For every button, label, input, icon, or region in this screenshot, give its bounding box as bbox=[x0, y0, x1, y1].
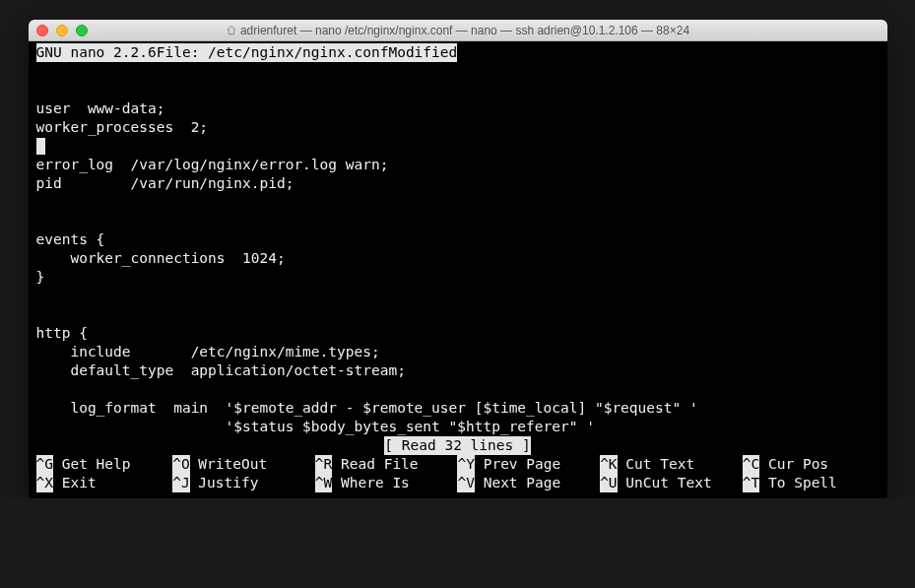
nano-modified-status: Modified bbox=[388, 43, 457, 62]
minimize-icon[interactable] bbox=[56, 25, 68, 36]
content-line: user www-data; bbox=[31, 99, 885, 118]
key-justify[interactable]: ^J bbox=[172, 474, 189, 492]
key-prev-page[interactable]: ^Y bbox=[457, 455, 474, 474]
label-next-page: Next Page bbox=[475, 475, 560, 490]
content-line bbox=[31, 62, 885, 81]
label-exit: Exit bbox=[53, 475, 97, 490]
label-cur-pos: Cur Pos bbox=[759, 456, 828, 472]
key-next-page[interactable]: ^V bbox=[457, 474, 474, 492]
key-exit[interactable]: ^X bbox=[36, 474, 53, 492]
key-writeout[interactable]: ^O bbox=[172, 455, 189, 474]
label-writeout: WriteOut bbox=[190, 456, 268, 472]
window-title: adrienfuret — nano /etc/nginx/nginx.conf… bbox=[226, 24, 689, 37]
content-line bbox=[31, 305, 885, 324]
content-line bbox=[31, 193, 885, 212]
nano-version: GNU nano 2.2.6 bbox=[36, 43, 157, 62]
content-line: events { bbox=[31, 230, 885, 249]
label-read-file: Read File bbox=[332, 456, 418, 472]
content-line bbox=[31, 81, 885, 99]
label-cut-text: Cut Text bbox=[618, 456, 695, 472]
nano-status-text: [ Read 32 lines ] bbox=[384, 436, 530, 455]
label-prev-page: Prev Page bbox=[475, 456, 560, 472]
key-read-file[interactable]: ^R bbox=[315, 455, 332, 474]
nano-command-row: ^X Exit ^J Justify ^W Where Is ^V Next P… bbox=[31, 474, 885, 492]
content-line: } bbox=[31, 268, 885, 287]
terminal-window: adrienfuret — nano /etc/nginx/nginx.conf… bbox=[29, 20, 887, 498]
close-icon[interactable] bbox=[36, 25, 48, 36]
label-get-help: Get Help bbox=[53, 456, 131, 472]
key-uncut-text[interactable]: ^U bbox=[600, 474, 617, 492]
content-line: http { bbox=[31, 324, 885, 343]
traffic-lights bbox=[36, 25, 88, 36]
content-line: worker_connections 1024; bbox=[31, 249, 885, 268]
content-line: worker_processes 2; bbox=[31, 118, 885, 137]
titlebar[interactable]: adrienfuret — nano /etc/nginx/nginx.conf… bbox=[29, 20, 887, 41]
terminal-body[interactable]: GNU nano 2.2.6 File: /etc/nginx/nginx.co… bbox=[29, 41, 887, 498]
content-line bbox=[31, 287, 885, 305]
content-line bbox=[31, 380, 885, 399]
content-line bbox=[31, 137, 885, 156]
key-to-spell[interactable]: ^T bbox=[743, 474, 759, 492]
home-icon bbox=[226, 25, 236, 35]
key-where-is[interactable]: ^W bbox=[315, 474, 332, 492]
nano-command-row: ^G Get Help ^O WriteOut ^R Read File ^Y … bbox=[31, 455, 885, 474]
content-line: include /etc/nginx/mime.types; bbox=[31, 343, 885, 361]
nano-topbar: GNU nano 2.2.6 File: /etc/nginx/nginx.co… bbox=[31, 43, 885, 62]
key-cut-text[interactable]: ^K bbox=[600, 455, 617, 474]
window-title-text: adrienfuret — nano /etc/nginx/nginx.conf… bbox=[240, 24, 689, 37]
label-where-is: Where Is bbox=[332, 475, 410, 490]
content-line: '$status $body_bytes_sent "$http_referer… bbox=[31, 418, 885, 436]
content-line: log_format main '$remote_addr - $remote_… bbox=[31, 399, 885, 418]
content-line bbox=[31, 212, 885, 230]
label-justify: Justify bbox=[190, 475, 259, 490]
label-to-spell: To Spell bbox=[759, 475, 837, 490]
zoom-icon[interactable] bbox=[76, 25, 88, 36]
nano-filename: File: /etc/nginx/nginx.conf bbox=[157, 43, 389, 62]
nano-status: [ Read 32 lines ] bbox=[31, 436, 885, 455]
cursor-icon bbox=[36, 138, 45, 155]
content-line: default_type application/octet-stream; bbox=[31, 361, 885, 380]
content-line: error_log /var/log/nginx/error.log warn; bbox=[31, 156, 885, 174]
content-line: pid /var/run/nginx.pid; bbox=[31, 174, 885, 193]
key-cur-pos[interactable]: ^C bbox=[743, 455, 759, 474]
nano-commands: ^G Get Help ^O WriteOut ^R Read File ^Y … bbox=[31, 455, 885, 492]
key-get-help[interactable]: ^G bbox=[36, 455, 53, 474]
label-uncut-text: UnCut Text bbox=[618, 475, 712, 490]
